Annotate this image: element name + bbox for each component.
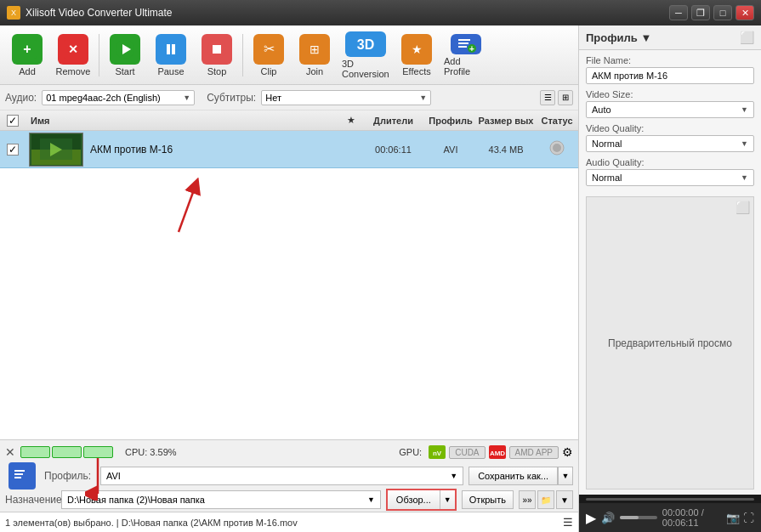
gpu-info: GPU: nV CUDA AMD AMD APP ⚙ (399, 445, 573, 459)
row-checkbox[interactable]: ✓ (7, 144, 19, 156)
table-row[interactable]: ✓ АКМ против М-16 00:06:11 AVI 43.4 MB (0, 131, 578, 168)
save-as-button[interactable]: Сохранить как... (469, 467, 558, 485)
profile-title-text: Профиль (586, 31, 638, 44)
player-bar: ▶ 🔊 00:00:00 / 00:06:11 📷 ⛶ (579, 503, 761, 532)
cuda-button[interactable]: CUDA (449, 446, 485, 459)
current-time: 00:00:00 (662, 507, 699, 518)
toolbar-separator-2 (242, 34, 243, 76)
remove-label: Remove (56, 66, 91, 76)
video-quality-combo[interactable]: Normal ▼ (586, 135, 754, 152)
total-time: 00:06:11 (662, 518, 699, 528)
cpu-value: 3.59% (150, 447, 176, 457)
add-button[interactable]: + Add (5, 31, 49, 80)
nav-prev-button[interactable]: »» (519, 490, 536, 509)
app-icon: X (7, 6, 20, 20)
play-button[interactable]: ▶ (586, 510, 596, 526)
3d-conversion-button[interactable]: 3D 3D Conversion (338, 31, 393, 80)
clip-icon: ✂ (253, 34, 284, 65)
file-duration: 00:06:11 (361, 144, 425, 155)
seek-bar[interactable] (586, 498, 754, 501)
preview-expand-icon[interactable]: ⬜ (735, 201, 750, 214)
file-status-icon (536, 140, 578, 158)
profile-combo-arrow: ▼ (450, 472, 457, 480)
volume-fill (620, 516, 639, 519)
svg-rect-8 (172, 44, 175, 54)
effects-label: Effects (402, 66, 430, 76)
expand-panel-icon[interactable]: ⬜ (740, 31, 754, 44)
svg-rect-40 (14, 477, 21, 478)
file-name-field-value[interactable]: АКМ против М-16 (586, 67, 754, 84)
cpu-info: CPU: 3.59% (125, 447, 177, 457)
stop-icon (202, 34, 232, 65)
dest-combo-arrow: ▼ (367, 495, 375, 504)
stop-button[interactable]: Stop (195, 31, 239, 80)
svg-line-32 (179, 185, 196, 232)
nav-arrows: »» 📁 ▼ (519, 490, 573, 509)
fullscreen-icon[interactable]: ⛶ (743, 512, 754, 524)
left-panel: + Add ✕ Remove Start (0, 25, 578, 532)
right-panel-header: Профиль ▼ ⬜ (579, 25, 761, 50)
cancel-progress-button[interactable]: ✕ (5, 445, 17, 459)
nav-folder-button[interactable]: 📁 (537, 490, 554, 509)
video-size-field-label: Video Size: (586, 89, 754, 99)
browse-button[interactable]: Обзор... (388, 490, 440, 509)
stop-label: Stop (207, 66, 227, 76)
add-profile-button[interactable]: + Add Profile (440, 31, 491, 80)
status-text: 1 элемента(ов) выбрано. | D:\Новая папка… (5, 518, 298, 528)
bottom-section: ✕ CPU: 3.59% GPU: nV CUDA AMD AMD APP ⚙ (0, 439, 578, 532)
right-panel: Профиль ▼ ⬜ File Name: АКМ против М-16 V… (578, 25, 761, 532)
file-thumbnail (29, 133, 83, 167)
nav-down-button[interactable]: ▼ (556, 490, 573, 509)
screenshot-icon[interactable]: 📷 (726, 512, 740, 524)
effects-button[interactable]: ★ Effects (395, 31, 439, 80)
close-button[interactable]: ✕ (735, 5, 754, 20)
video-size-field: Video Size: Auto ▼ (586, 89, 754, 118)
volume-slider[interactable] (620, 516, 657, 519)
select-all-checkbox[interactable]: ✓ (7, 115, 19, 127)
profile-dropdown-icon[interactable]: ▼ (640, 31, 651, 44)
pause-button[interactable]: Pause (149, 31, 193, 80)
audio-combo[interactable]: 01 mpeg4aac-2ch (English) ▼ (42, 90, 195, 105)
settings-icon[interactable]: ⚙ (562, 445, 573, 459)
cpu-label: CPU: (125, 447, 147, 457)
svg-rect-20 (458, 39, 470, 41)
save-as-arrow-button[interactable]: ▼ (558, 467, 573, 485)
profile-combo[interactable]: AVI ▼ (100, 467, 463, 485)
toolbar-separator-1 (99, 34, 99, 76)
video-size-arrow: ▼ (741, 105, 748, 114)
amd-app-button[interactable]: AMD APP (509, 446, 559, 459)
remove-icon: ✕ (58, 34, 88, 65)
volume-icon[interactable]: 🔊 (601, 512, 615, 524)
time-display: 00:00:00 / 00:06:11 (662, 507, 721, 528)
window-title: Xilisoft Video Converter Ultimate (26, 7, 669, 19)
window-controls: ─ ❐ □ ✕ (669, 5, 754, 20)
svg-rect-38 (14, 470, 25, 472)
grid-view-icon[interactable]: ⊞ (558, 90, 573, 105)
title-bar: X Xilisoft Video Converter Ultimate ─ ❐ … (0, 0, 761, 25)
status-icon-1[interactable]: ☰ (563, 516, 573, 529)
gpu-label: GPU: (399, 447, 422, 457)
restore-button[interactable]: ❐ (691, 5, 710, 20)
file-name-field-label: File Name: (586, 55, 754, 65)
progress-segment-2 (52, 446, 82, 458)
maximize-button[interactable]: □ (713, 5, 732, 20)
list-view-icon[interactable]: ☰ (540, 90, 555, 105)
join-button[interactable]: ⊞ Join (292, 31, 337, 80)
row-check[interactable]: ✓ (0, 144, 26, 156)
browse-arrow-button[interactable]: ▼ (440, 490, 455, 509)
video-quality-field: Video Quality: Normal ▼ (586, 123, 754, 152)
time-separator: / (701, 507, 704, 518)
remove-button[interactable]: ✕ Remove (51, 31, 95, 80)
start-label: Start (115, 66, 134, 76)
minimize-button[interactable]: ─ (669, 5, 688, 20)
start-icon (110, 34, 140, 65)
subtitle-combo[interactable]: Нет ▼ (261, 90, 431, 105)
progress-segment-1 (20, 446, 50, 458)
start-button[interactable]: Start (103, 31, 147, 80)
audio-quality-value: Normal (592, 173, 622, 183)
audio-quality-combo[interactable]: Normal ▼ (586, 169, 754, 186)
clip-button[interactable]: ✂ Clip (247, 31, 291, 80)
clip-label: Clip (261, 66, 277, 76)
open-button[interactable]: Открыть (462, 490, 514, 509)
video-size-combo[interactable]: Auto ▼ (586, 101, 754, 118)
